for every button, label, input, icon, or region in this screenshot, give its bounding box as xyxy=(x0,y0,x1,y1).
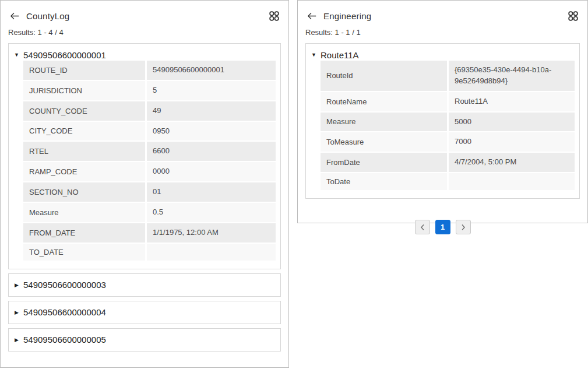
table-row: Measure 5000 xyxy=(321,113,575,133)
next-page-button[interactable] xyxy=(456,220,471,234)
current-page-button[interactable]: 1 xyxy=(435,220,450,234)
panel-title: CountyLog xyxy=(26,11,69,21)
feature-card-expanded: ▼ 54909506600000001 ROUTE_ID 54909506600… xyxy=(8,43,281,269)
arrow-left-icon xyxy=(307,12,316,20)
attribute-table: RouteId {69350e35-430e-4494-b10a-9e52649… xyxy=(321,61,575,191)
feature-header[interactable]: ▼ 54909506600000001 xyxy=(13,49,276,61)
table-row: ToDate xyxy=(321,173,575,191)
table-row: RouteId {69350e35-430e-4494-b10a-9e52649… xyxy=(321,61,575,92)
feature-title: 54909506600000004 xyxy=(23,307,106,317)
grid-circles-icon xyxy=(269,10,280,22)
actions-button[interactable] xyxy=(269,10,280,22)
table-row: FROM_DATE 1/1/1975, 12:00 AM xyxy=(23,223,276,244)
field-label: JURISDICTION xyxy=(23,81,147,100)
feature-card-collapsed[interactable]: ▶ 54909506600000005 xyxy=(8,328,281,352)
results-count: Results: 1 - 4 / 4 xyxy=(8,28,281,37)
table-row: Measure 0.5 xyxy=(23,203,276,223)
chevron-left-icon xyxy=(420,224,425,231)
panel-header: Engineering xyxy=(305,9,580,23)
field-value: 5 xyxy=(147,81,276,100)
field-value: 0.5 xyxy=(147,203,276,222)
feature-title: Route11A xyxy=(321,50,359,60)
field-value: 7000 xyxy=(449,132,575,152)
feature-header[interactable]: ▼ Route11A xyxy=(311,49,575,61)
field-value: 1/1/1975, 12:00 AM xyxy=(147,223,276,243)
attribute-table: ROUTE_ID 54909506600000001 JURISDICTION … xyxy=(23,61,276,262)
field-value: 49 xyxy=(147,101,276,121)
chevron-right-icon xyxy=(461,224,466,231)
feature-title: 54909506600000003 xyxy=(23,280,106,290)
field-label: CITY_CODE xyxy=(23,122,147,141)
field-value: 4/7/2004, 5:00 PM xyxy=(449,153,575,172)
table-row: RAMP_CODE 0000 xyxy=(23,162,276,182)
caret-right-icon: ▶ xyxy=(13,337,20,343)
table-row: ROUTE_ID 54909506600000001 xyxy=(23,61,276,81)
feature-card-collapsed[interactable]: ▶ 54909506600000003 xyxy=(8,273,281,297)
field-value: {69350e35-430e-4494-b10a-9e52649d8b94} xyxy=(449,61,575,91)
field-value: 0000 xyxy=(147,162,276,181)
table-row: FromDate 4/7/2004, 5:00 PM xyxy=(321,153,575,173)
table-row: TO_DATE xyxy=(23,244,276,262)
field-label: ToDate xyxy=(321,173,449,190)
pagination: 1 xyxy=(305,220,580,234)
panel-title: Engineering xyxy=(323,11,371,21)
feature-title: 54909506600000001 xyxy=(23,50,106,60)
caret-down-icon: ▼ xyxy=(13,52,20,58)
field-label: FROM_DATE xyxy=(23,223,147,243)
actions-button[interactable] xyxy=(568,10,579,22)
countylog-panel: CountyLog Results: 1 - 4 / 4 ▼ 549095066… xyxy=(0,0,289,368)
engineering-panel: Engineering Results: 1 - 1 / 1 ▼ Route11… xyxy=(297,0,588,223)
caret-right-icon: ▶ xyxy=(13,310,20,315)
field-value: Route11A xyxy=(449,92,575,111)
feature-title: 54909506600000005 xyxy=(23,335,106,345)
field-label: Measure xyxy=(321,113,449,132)
table-row: COUNTY_CODE 49 xyxy=(23,101,276,122)
table-row: SECTION_NO 01 xyxy=(23,182,276,203)
field-label: ROUTE_ID xyxy=(23,61,147,80)
panel-header: CountyLog xyxy=(8,9,281,23)
field-label: RouteName xyxy=(321,92,449,111)
table-row: RTEL 6600 xyxy=(23,142,276,162)
field-label: RAMP_CODE xyxy=(23,162,147,181)
field-value: 0950 xyxy=(147,122,276,141)
table-row: JURISDICTION 5 xyxy=(23,81,276,101)
grid-circles-icon xyxy=(568,10,579,22)
prev-page-button[interactable] xyxy=(415,220,430,234)
table-row: ToMeasure 7000 xyxy=(321,132,575,153)
results-count: Results: 1 - 1 / 1 xyxy=(305,28,580,37)
arrow-left-icon xyxy=(10,12,19,20)
back-button[interactable] xyxy=(307,11,318,20)
table-row: CITY_CODE 0950 xyxy=(23,122,276,142)
field-label: FromDate xyxy=(321,153,449,172)
field-label: SECTION_NO xyxy=(23,182,147,202)
field-label: RTEL xyxy=(23,142,147,161)
field-value: 54909506600000001 xyxy=(147,61,276,80)
field-value xyxy=(449,173,575,190)
field-label: COUNTY_CODE xyxy=(23,101,147,121)
field-value: 5000 xyxy=(449,113,575,132)
caret-right-icon: ▶ xyxy=(13,282,20,288)
caret-down-icon: ▼ xyxy=(311,52,317,58)
field-value: 6600 xyxy=(147,142,276,161)
feature-card-collapsed[interactable]: ▶ 54909506600000004 xyxy=(8,301,281,324)
field-value xyxy=(147,244,276,261)
feature-card-expanded: ▼ Route11A RouteId {69350e35-430e-4494-b… xyxy=(305,43,580,199)
field-value: 01 xyxy=(147,182,276,202)
back-button[interactable] xyxy=(10,11,20,20)
field-label: ToMeasure xyxy=(321,132,449,152)
field-label: TO_DATE xyxy=(23,244,147,261)
field-label: Measure xyxy=(23,203,147,222)
table-row: RouteName Route11A xyxy=(321,92,575,113)
field-label: RouteId xyxy=(321,61,449,91)
